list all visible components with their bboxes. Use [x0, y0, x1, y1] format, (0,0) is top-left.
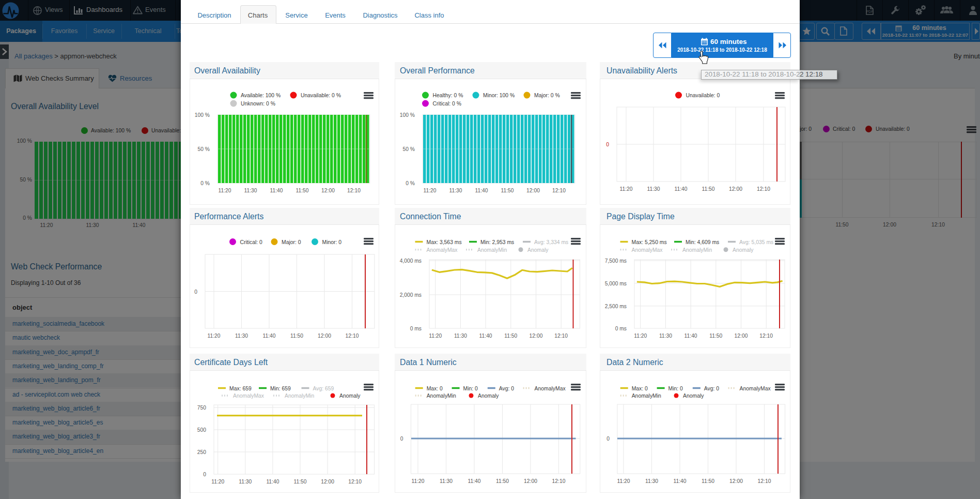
svg-text:0: 0 — [400, 436, 403, 442]
svg-text:11:50: 11:50 — [496, 478, 509, 484]
svg-text:AnomalyMin: AnomalyMin — [477, 247, 507, 253]
svg-text:AnomalyMax: AnomalyMax — [632, 247, 663, 253]
svg-text:12:10: 12:10 — [758, 478, 771, 484]
svg-text:11:50: 11:50 — [702, 478, 714, 484]
svg-text:11:30: 11:30 — [239, 479, 252, 485]
svg-text:50 %: 50 % — [198, 146, 210, 152]
svg-text:0: 0 — [606, 436, 610, 442]
svg-text:11:30: 11:30 — [440, 478, 453, 484]
svg-text:Avg: 0: Avg: 0 — [704, 386, 719, 391]
svg-text:11:20: 11:20 — [619, 186, 632, 192]
svg-text:0 ms: 0 ms — [410, 326, 422, 331]
svg-text:12:10: 12:10 — [348, 479, 362, 485]
svg-text:11:50: 11:50 — [290, 333, 303, 339]
svg-text:12:10: 12:10 — [346, 333, 359, 339]
svg-text:Major: 0: Major: 0 — [282, 239, 301, 245]
svg-text:12:10: 12:10 — [347, 188, 361, 193]
svg-text:2,500 ms: 2,500 ms — [605, 304, 627, 309]
svg-text:0: 0 — [194, 289, 197, 295]
svg-text:11:40: 11:40 — [674, 186, 687, 192]
svg-text:12:10: 12:10 — [552, 478, 566, 484]
svg-text:11:40: 11:40 — [673, 478, 686, 484]
svg-text:11:50: 11:50 — [501, 188, 514, 193]
svg-text:11:20: 11:20 — [423, 188, 436, 193]
svg-text:11:50: 11:50 — [702, 186, 714, 192]
svg-text:AnomalyMax: AnomalyMax — [740, 386, 771, 391]
svg-text:11:50: 11:50 — [504, 333, 517, 339]
svg-text:11:20: 11:20 — [617, 478, 630, 484]
svg-text:11:20: 11:20 — [411, 478, 424, 484]
svg-text:AnomalyMax: AnomalyMax — [427, 247, 458, 253]
svg-text:0 %: 0 % — [200, 180, 210, 186]
svg-text:12:00: 12:00 — [524, 478, 537, 484]
svg-text:Anomaly: Anomaly — [733, 247, 754, 253]
svg-text:Critical: 0: Critical: 0 — [240, 239, 263, 245]
svg-text:Unknown: 0 %: Unknown: 0 % — [241, 101, 275, 107]
svg-text:500: 500 — [197, 427, 206, 433]
svg-text:12:00: 12:00 — [735, 333, 748, 339]
svg-text:250: 250 — [197, 449, 206, 455]
svg-text:Avg: 5,035 ms: Avg: 5,035 ms — [739, 239, 773, 245]
svg-text:100 %: 100 % — [400, 112, 415, 118]
svg-text:11:40: 11:40 — [479, 333, 492, 339]
svg-text:11:20: 11:20 — [634, 333, 647, 339]
svg-text:AnomalyMax: AnomalyMax — [233, 393, 265, 399]
svg-text:11:40: 11:40 — [262, 333, 275, 339]
svg-text:11:20: 11:20 — [429, 333, 442, 339]
svg-text:Major: 0 %: Major: 0 % — [534, 93, 560, 98]
svg-text:Healthy: 0 %: Healthy: 0 % — [433, 93, 463, 98]
svg-text:Min: 4,609 ms: Min: 4,609 ms — [686, 239, 719, 245]
svg-text:11:30: 11:30 — [244, 188, 257, 193]
svg-text:Avg: 659: Avg: 659 — [313, 386, 334, 391]
svg-text:11:20: 11:20 — [211, 479, 224, 485]
svg-text:11:50: 11:50 — [293, 479, 306, 485]
svg-text:50 %: 50 % — [403, 146, 415, 152]
svg-text:AnomalyMin: AnomalyMin — [285, 393, 314, 399]
svg-text:750: 750 — [197, 405, 206, 411]
svg-text:12:00: 12:00 — [729, 478, 743, 484]
svg-text:12:10: 12:10 — [554, 333, 568, 339]
svg-text:Min: 0: Min: 0 — [463, 386, 478, 391]
svg-text:12:00: 12:00 — [321, 479, 334, 485]
svg-text:Avg: 3,334 ms: Avg: 3,334 ms — [534, 239, 568, 245]
svg-text:AnomalyMax: AnomalyMax — [535, 386, 566, 391]
svg-text:Minor: 0: Minor: 0 — [322, 239, 342, 245]
svg-text:Critical: 0 %: Critical: 0 % — [433, 101, 461, 107]
svg-text:11:30: 11:30 — [235, 333, 248, 339]
svg-text:12:00: 12:00 — [318, 333, 331, 339]
svg-text:Max: 5,250 ms: Max: 5,250 ms — [632, 239, 667, 245]
svg-text:0 ms: 0 ms — [615, 326, 627, 331]
svg-text:Minor: 100 %: Minor: 100 % — [483, 93, 515, 98]
svg-text:11:30: 11:30 — [454, 333, 467, 339]
svg-text:5,000 ms: 5,000 ms — [605, 281, 627, 286]
svg-text:AnomalyMin: AnomalyMin — [427, 393, 456, 399]
svg-text:12:10: 12:10 — [759, 333, 773, 339]
svg-text:Anomaly: Anomaly — [478, 393, 499, 399]
svg-text:Anomaly: Anomaly — [683, 393, 704, 399]
svg-text:0 %: 0 % — [406, 180, 415, 186]
svg-text:Min: 0: Min: 0 — [668, 386, 683, 391]
svg-text:0: 0 — [203, 472, 206, 477]
svg-text:2,000 ms: 2,000 ms — [400, 292, 422, 298]
svg-text:Max: 659: Max: 659 — [229, 386, 252, 391]
svg-text:0: 0 — [606, 142, 609, 147]
svg-text:11:40: 11:40 — [270, 188, 283, 193]
svg-text:11:50: 11:50 — [295, 188, 308, 193]
svg-text:7,500 ms: 7,500 ms — [605, 258, 627, 264]
svg-text:Min: 659: Min: 659 — [270, 386, 291, 391]
svg-text:12:10: 12:10 — [552, 188, 566, 193]
svg-text:11:30: 11:30 — [449, 188, 462, 193]
svg-text:11:20: 11:20 — [218, 188, 231, 193]
svg-text:AnomalyMin: AnomalyMin — [632, 393, 661, 399]
svg-text:11:40: 11:40 — [468, 478, 480, 484]
svg-text:Anomaly: Anomaly — [339, 393, 361, 399]
svg-text:11:30: 11:30 — [659, 333, 672, 339]
svg-text:Available: 100 %: Available: 100 % — [241, 93, 281, 98]
svg-text:11:40: 11:40 — [266, 479, 279, 485]
svg-text:12:00: 12:00 — [530, 333, 543, 339]
svg-text:Max: 3,563 ms: Max: 3,563 ms — [427, 239, 462, 245]
svg-text:11:20: 11:20 — [207, 333, 220, 339]
svg-text:Unavailable: 0 %: Unavailable: 0 % — [301, 93, 341, 98]
svg-text:Max: 0: Max: 0 — [632, 386, 648, 391]
svg-text:11:30: 11:30 — [647, 186, 660, 192]
